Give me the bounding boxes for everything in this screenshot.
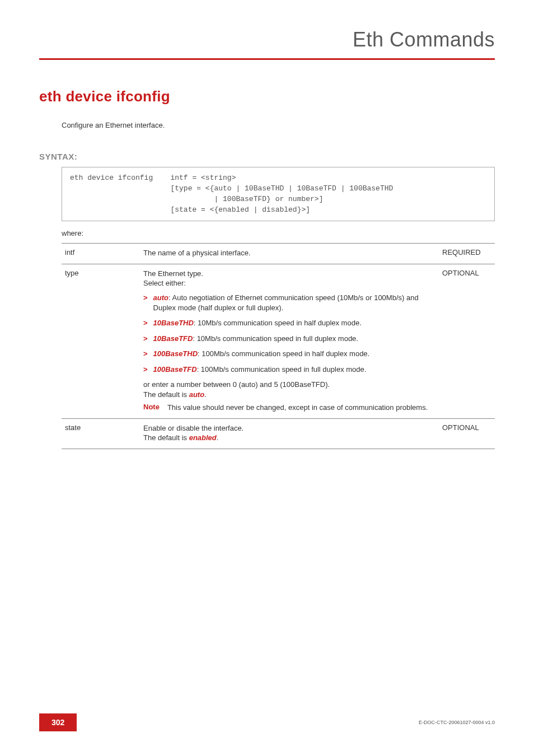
bullet-tail: : 100Mb/s communication speed in full du…: [197, 365, 367, 374]
trailer-post: .: [204, 390, 207, 399]
bullet-text: 10BaseTHD: 10Mb/s communication speed in…: [153, 318, 435, 328]
table-row: state Enable or disable the interface. T…: [62, 418, 495, 449]
param-lead: The name of a physical interface.: [143, 248, 435, 258]
param-flag: OPTIONAL: [439, 418, 495, 449]
param-table: intf The name of a physical interface. R…: [62, 243, 495, 449]
note-row: Note This value should never be changed,…: [143, 403, 435, 413]
param-name: intf: [62, 244, 140, 264]
bullet-text: 100BaseTHD: 100Mb/s communication speed …: [153, 349, 435, 359]
list-item: > auto: Auto negotiation of Ethernet com…: [143, 293, 435, 312]
term: 100BaseTFD: [153, 365, 197, 374]
arrow-icon: >: [143, 293, 148, 302]
bullet-text: 10BaseTFD: 10Mb/s communication speed in…: [153, 334, 435, 344]
syntax-label: SYNTAX:: [39, 152, 495, 161]
table-row: type The Ethernet type. Select either: >…: [62, 264, 495, 418]
param-lead: Enable or disable the interface. The def…: [143, 423, 435, 443]
state-post: .: [217, 433, 219, 442]
note-text: This value should never be changed, exce…: [167, 403, 435, 413]
page-header: Eth Commands: [39, 28, 495, 58]
list-item: > 100BaseTHD: 100Mb/s communication spee…: [143, 349, 435, 359]
table-row: intf The name of a physical interface. R…: [62, 244, 495, 264]
term: 100BaseTHD: [153, 349, 198, 358]
bullet-list: > auto: Auto negotiation of Ethernet com…: [143, 293, 435, 374]
bullet-tail: : 100Mb/s communication speed in half du…: [198, 349, 369, 358]
param-name: type: [62, 264, 140, 418]
note-label: Note: [143, 403, 160, 413]
list-item: > 10BaseTFD: 10Mb/s communication speed …: [143, 334, 435, 344]
command-title: eth device ifconfig: [39, 88, 495, 105]
param-desc: The Ethernet type. Select either: > auto…: [140, 264, 439, 418]
syntax-box: eth device ifconfig intf = <string> [typ…: [62, 167, 495, 221]
trailer-pre: or enter a number between 0 (auto) and 5…: [143, 380, 330, 399]
bullet-tail: : Auto negotiation of Ethernet communica…: [153, 293, 419, 312]
arrow-icon: >: [143, 319, 148, 327]
doc-id: E-DOC-CTC-20061027-0004 v1.0: [419, 720, 495, 725]
bullet-text: auto: Auto negotiation of Ethernet commu…: [153, 293, 435, 312]
param-desc: The name of a physical interface.: [140, 244, 439, 264]
param-trailer: or enter a number between 0 (auto) and 5…: [143, 380, 435, 399]
bullet-tail: : 10Mb/s communication speed in half dup…: [194, 319, 362, 327]
term: 10BaseTHD: [153, 319, 194, 327]
bullet-tail: : 10Mb/s communication speed in full dup…: [193, 334, 358, 343]
where-label: where:: [62, 229, 495, 237]
list-item: > 10BaseTHD: 10Mb/s communication speed …: [143, 318, 435, 328]
param-name: state: [62, 418, 140, 449]
arrow-icon: >: [143, 365, 148, 374]
param-flag: REQUIRED: [439, 244, 495, 264]
trailer-term: auto: [189, 390, 204, 399]
arrow-icon: >: [143, 349, 148, 358]
term: 10BaseTFD: [153, 334, 193, 343]
arrow-icon: >: [143, 334, 148, 343]
param-lead: The Ethernet type. Select either:: [143, 269, 435, 288]
bullet-text: 100BaseTFD: 100Mb/s communication speed …: [153, 365, 435, 375]
term: auto: [153, 293, 168, 302]
page-footer: 302 E-DOC-CTC-20061027-0004 v1.0: [39, 713, 495, 731]
param-desc: Enable or disable the interface. The def…: [140, 418, 439, 449]
command-intro: Configure an Ethernet interface.: [62, 121, 495, 129]
param-flag: OPTIONAL: [439, 264, 495, 418]
state-term: enabled: [189, 433, 217, 442]
page-number-badge: 302: [39, 713, 77, 731]
header-rule: [39, 58, 495, 60]
list-item: > 100BaseTFD: 100Mb/s communication spee…: [143, 365, 435, 375]
